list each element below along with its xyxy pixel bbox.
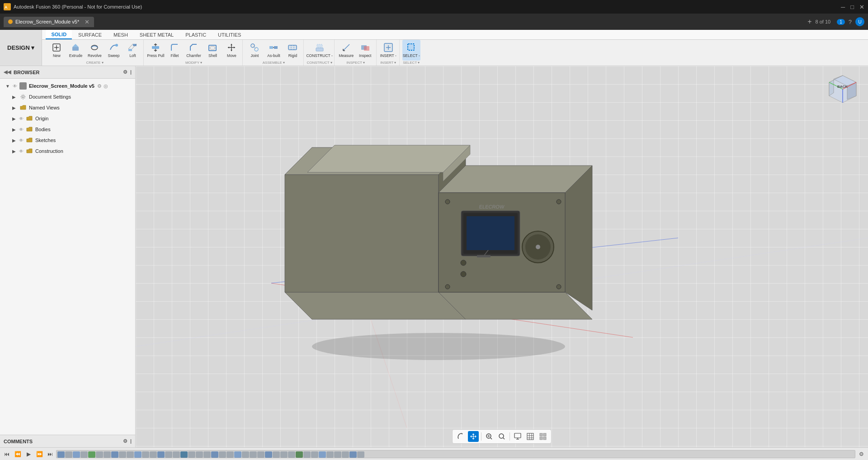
timeline-item[interactable] [226,451,234,458]
timeline-item[interactable] [157,451,165,458]
timeline-item[interactable] [334,451,341,458]
timeline-item[interactable] [357,451,364,458]
root-expand-icon[interactable]: ▼ [5,84,11,89]
origin-visibility[interactable]: 👁 [19,116,24,121]
pan-tool-button[interactable] [468,431,479,442]
timeline-item[interactable] [257,451,264,458]
timeline-item[interactable] [342,451,349,458]
tree-named-views[interactable]: ▶ Named Views [0,102,135,113]
timeline-item[interactable] [180,451,188,458]
grid-button[interactable] [525,431,536,442]
rigid-group-button[interactable]: Rigid [283,40,302,61]
timeline-item[interactable] [319,451,326,458]
timeline-item[interactable] [142,451,149,458]
tab-mesh[interactable]: MESH [108,30,133,39]
shell-button[interactable]: Shell [203,40,222,61]
construction-visibility[interactable]: 👁 [19,149,24,154]
browser-resize-icon[interactable]: | [130,69,132,75]
window-controls[interactable]: ─ □ ✕ [841,4,864,10]
extrude-button[interactable]: Extrude [66,40,85,61]
close-button[interactable]: ✕ [859,4,864,10]
asbuilt-joint-button[interactable]: As-built [264,40,283,61]
tab-sheet-metal[interactable]: SHEET METAL [134,30,179,39]
timeline-item[interactable] [273,451,280,458]
sweep-button[interactable]: Sweep [104,40,123,61]
root-settings-icon[interactable]: ⚙ [97,83,102,89]
timeline-item[interactable] [188,451,195,458]
timeline-item[interactable] [326,451,334,458]
fillet-button[interactable]: Fillet [165,40,184,61]
timeline-item[interactable] [349,451,357,458]
tl-end-button[interactable]: ⏭ [45,449,55,459]
timeline-item[interactable] [250,451,257,458]
timeline-item[interactable] [165,451,172,458]
tab-plastic[interactable]: PLASTIC [180,30,212,39]
origin-expand[interactable]: ▶ [11,116,17,121]
bodies-visibility[interactable]: 👁 [19,127,24,132]
timeline-item[interactable] [88,451,95,458]
nav-cube[interactable]: BACK [825,73,861,109]
maximize-button[interactable]: □ [850,4,854,10]
tl-play-button[interactable]: ▶ [24,449,33,459]
tree-root-item[interactable]: ▼ 👁 Elecrow_Screen_Module v5 ⚙ ◎ [0,81,135,91]
timeline-item[interactable] [311,451,318,458]
doc-settings-expand[interactable]: ▶ [11,95,17,100]
grid-more-button[interactable] [538,431,548,442]
timeline-item[interactable] [219,451,226,458]
new-component-button[interactable]: New [47,40,66,61]
tree-sketches[interactable]: ▶ 👁 Sketches [0,135,135,146]
tree-document-settings[interactable]: ▶ Document Settings [0,91,135,102]
tl-next-button[interactable]: ⏩ [34,449,44,459]
press-pull-button[interactable]: Press Pull [146,40,165,61]
joint-button[interactable]: Joint [245,40,264,61]
insert-button[interactable]: INSERT - [379,40,397,61]
tab-close-button[interactable]: ✕ [85,19,90,25]
tab-surface[interactable]: SURFACE [73,30,107,39]
timeline-item[interactable] [211,451,218,458]
measure-button[interactable]: Measure [337,40,355,61]
construction-expand[interactable]: ▶ [11,149,17,154]
timeline-item[interactable] [96,451,103,458]
tree-bodies[interactable]: ▶ 👁 Bodies [0,124,135,135]
timeline-item[interactable] [303,451,311,458]
named-views-expand[interactable]: ▶ [11,105,17,110]
timeline-item[interactable] [127,451,134,458]
timeline-item[interactable] [104,451,111,458]
timeline-item[interactable] [119,451,126,458]
root-visibility-icon[interactable]: 👁 [13,84,17,89]
tree-construction[interactable]: ▶ 👁 Construction [0,146,135,156]
timeline-settings-button[interactable]: ⚙ [856,449,866,459]
timeline-item[interactable] [134,451,142,458]
tree-origin[interactable]: ▶ 👁 Origin [0,113,135,124]
timeline-item[interactable] [57,451,65,458]
user-avatar[interactable]: U [855,17,864,26]
timeline-item[interactable] [196,451,203,458]
timeline-item[interactable] [265,451,272,458]
loft-button[interactable]: Loft [123,40,142,61]
timeline-item[interactable] [234,451,241,458]
tab-solid[interactable]: SOLID [46,30,72,39]
offset-plane-button[interactable]: CONSTRUCT - [311,40,329,61]
active-tab[interactable]: Elecrow_Screen_Module v5* ✕ [4,17,94,27]
3d-model[interactable]: ELECROW [249,102,656,383]
timeline-item[interactable] [80,451,88,458]
design-menu-button[interactable]: DESIGN ▾ [0,30,42,66]
comments-settings-icon[interactable]: ⚙ [123,438,127,444]
zoom-fit-button[interactable] [484,431,495,442]
new-tab-button[interactable]: + [807,18,811,26]
timeline-item[interactable] [288,451,295,458]
sketches-visibility[interactable]: 👁 [19,138,24,143]
zoom-button[interactable] [496,431,507,442]
browser-settings-icon[interactable]: ⚙ [123,69,127,75]
timeline-item[interactable] [203,451,211,458]
timeline-item[interactable] [111,451,118,458]
select-button[interactable]: SELECT - [402,40,420,61]
comments-resize-icon[interactable]: | [130,438,132,444]
timeline-item[interactable] [150,451,157,458]
orbit-tool-button[interactable] [455,431,466,442]
timeline-item[interactable] [242,451,249,458]
root-locate-icon[interactable]: ◎ [104,83,108,89]
timeline-item[interactable] [73,451,80,458]
sketches-expand[interactable]: ▶ [11,138,17,143]
tab-utilities[interactable]: UTILITIES [212,30,246,39]
